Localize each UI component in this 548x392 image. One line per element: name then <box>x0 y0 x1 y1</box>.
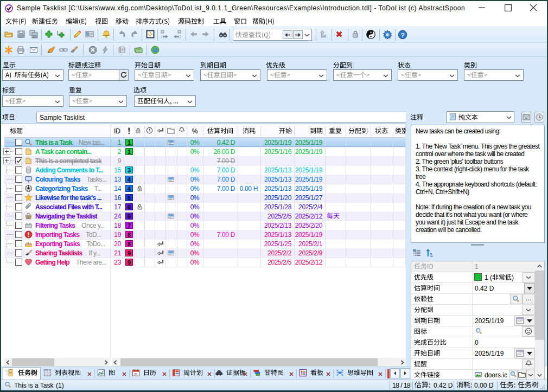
svg-text:?: ? <box>400 31 404 39</box>
svg-text:31: 31 <box>134 372 138 376</box>
